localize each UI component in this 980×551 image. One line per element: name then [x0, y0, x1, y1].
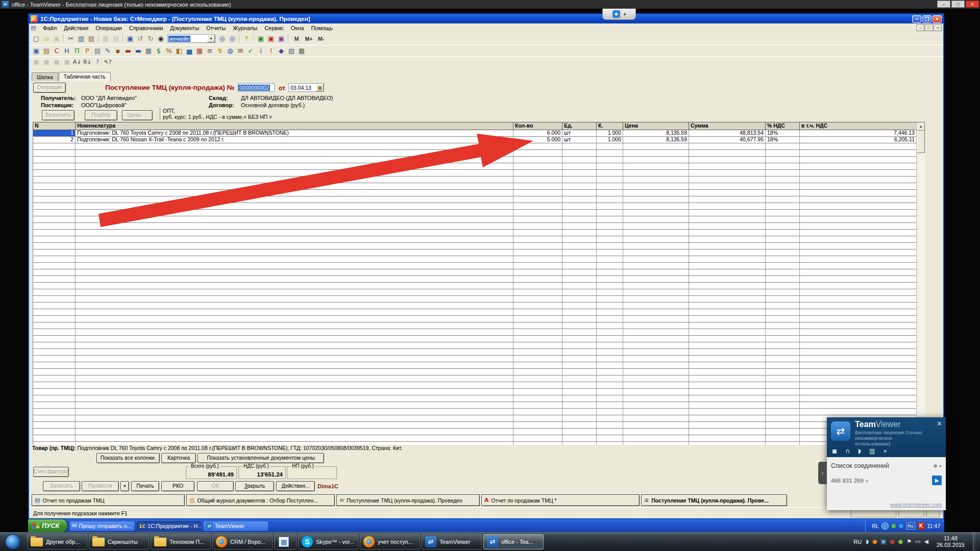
help-context-icon[interactable]: ? [92, 57, 103, 67]
table-empty-row[interactable] [33, 283, 916, 289]
video-icon[interactable]: ◼ [832, 447, 837, 455]
messenger-icon[interactable]: ● [898, 538, 903, 545]
nakl-icon[interactable]: Н [62, 46, 72, 56]
table-empty-row[interactable] [33, 395, 916, 402]
post-button[interactable]: Провести [82, 481, 119, 491]
chat-icon[interactable]: ◗ [858, 447, 861, 455]
taskbar-firefox-crm[interactable]: CRM / Воро... [212, 534, 273, 549]
preview-icon[interactable]: ▧ [111, 34, 121, 43]
find-settings-icon[interactable]: ◎ [227, 34, 237, 43]
chart-icon[interactable]: ▅ [184, 46, 194, 56]
table-empty-row[interactable] [33, 362, 916, 369]
table-empty-row[interactable] [33, 249, 916, 256]
post-dropdown-button[interactable]: ▼ [120, 481, 129, 491]
pko-icon[interactable]: П [72, 46, 82, 56]
table-empty-row[interactable] [33, 289, 916, 296]
rko-icon[interactable]: Р [82, 46, 92, 56]
memory-m-button[interactable]: М [291, 34, 302, 43]
column-header[interactable]: Ед. [562, 122, 597, 130]
table-empty-row[interactable] [33, 402, 916, 409]
copy-icon[interactable]: ▥ [76, 34, 86, 43]
maximize-button[interactable] [951, 1, 965, 8]
cursor-help-icon[interactable]: ⇖? [103, 57, 113, 67]
teamviewer-website-link[interactable]: www.teamviewer.com [890, 502, 942, 508]
fullscreen-arrows-icon[interactable] [612, 10, 620, 18]
blue-book-icon[interactable]: ▬ [133, 46, 143, 56]
table-empty-row[interactable] [33, 163, 916, 170]
taskbar-teamviewer-office[interactable]: office - Tea... [483, 534, 544, 549]
globe-icon[interactable]: ◍ [225, 46, 235, 56]
undo-icon[interactable]: ↺ [135, 34, 145, 43]
table-empty-row[interactable] [33, 256, 916, 263]
delete-row-icon[interactable]: ▦ [62, 57, 72, 67]
table-empty-row[interactable] [33, 210, 916, 216]
start-orb[interactable] [5, 534, 20, 549]
table-empty-row[interactable] [33, 356, 916, 362]
table-empty-row[interactable] [33, 183, 916, 190]
taskbar-firefox-uchet[interactable]: учет поступ... [360, 534, 420, 549]
caret-down-icon[interactable] [866, 478, 868, 484]
taskbar-teamviewer[interactable]: TeamViewer [422, 534, 482, 549]
table-row[interactable]: 1 Подголовник: DL 760 Toyota Camry с 200… [33, 130, 916, 137]
lock-icon[interactable]: ▪ [113, 46, 123, 56]
xp-task-teamviewer[interactable]: TeamViewer [203, 521, 268, 531]
warning-icon[interactable]: ! [266, 46, 276, 56]
xp-task-1c[interactable]: 1С:Предприятие - Н... [136, 521, 202, 531]
table-empty-row[interactable] [33, 316, 916, 322]
xp-start-button[interactable]: ПУСК [28, 519, 67, 532]
sort-desc-icon[interactable]: Я↓ [82, 57, 92, 67]
save-icon[interactable]: ▣ [52, 34, 62, 43]
table-empty-row[interactable] [33, 170, 916, 177]
memory-minus-button[interactable]: М- [315, 34, 327, 43]
redo-icon[interactable]: ↻ [145, 34, 156, 43]
table-empty-row[interactable] [33, 177, 916, 183]
menu-item[interactable]: Документы [166, 24, 203, 32]
print-icon[interactable]: ▦ [101, 34, 111, 43]
xp-task-mail[interactable]: Прошу отправить о... [69, 521, 135, 531]
table-empty-row[interactable] [33, 230, 916, 236]
percent-icon[interactable]: % [164, 46, 174, 56]
1c-restore-button[interactable] [922, 15, 932, 23]
chevron-down-icon[interactable] [624, 12, 626, 17]
table-empty-row[interactable] [33, 349, 916, 356]
rko-button[interactable]: РКО [161, 481, 194, 491]
menu-item[interactable]: Операции [92, 24, 125, 32]
connect-button[interactable] [932, 475, 942, 485]
1c-close-button[interactable] [933, 15, 942, 23]
table-view-icon[interactable]: ▣ [125, 34, 135, 43]
new-document-icon[interactable]: ▢ [31, 34, 41, 43]
dropdown-arrow-icon[interactable] [207, 35, 215, 42]
update-orange-icon[interactable]: ● [872, 538, 877, 545]
paste-icon[interactable]: ▤ [86, 34, 96, 43]
kaspersky-icon[interactable] [918, 522, 925, 530]
antivirus-tray-icon[interactable]: ● [891, 523, 896, 529]
window-chart-icon[interactable]: ▣ [276, 34, 286, 43]
table-empty-row[interactable] [33, 276, 916, 283]
calendar-button[interactable] [316, 84, 324, 91]
money-icon[interactable]: $ [154, 46, 164, 56]
table-empty-row[interactable] [33, 382, 916, 389]
table-empty-row[interactable] [33, 342, 916, 349]
table-empty-row[interactable] [33, 223, 916, 230]
column-header[interactable]: К. [597, 122, 623, 130]
table-empty-row[interactable] [33, 309, 916, 316]
card-button[interactable]: Карточка [161, 453, 196, 463]
window-tab-journal[interactable]: Общий журнал документов : Отбор Поступле… [186, 494, 335, 506]
table-empty-row[interactable] [33, 203, 916, 210]
table-empty-row[interactable] [33, 263, 916, 269]
exit-doc-icon[interactable]: ▤ [41, 46, 52, 56]
screenshot-tool-icon[interactable]: ▣ [881, 538, 886, 545]
actions-button[interactable]: Действия... [276, 481, 315, 491]
table-empty-row[interactable] [33, 375, 916, 382]
cloud-sync-icon[interactable]: ◗ [866, 538, 869, 545]
tab-shapka[interactable]: Шапка [32, 72, 58, 81]
menu-item[interactable]: Действия [60, 24, 92, 32]
panel-expander[interactable] [818, 462, 827, 484]
table-empty-row[interactable] [33, 303, 916, 309]
menu-item[interactable]: Журналы [229, 24, 261, 32]
memory-plus-button[interactable]: М+ [303, 34, 314, 43]
table-empty-row[interactable] [33, 190, 916, 196]
calendar-icon[interactable]: ▦ [194, 46, 205, 56]
invoice-button[interactable]: Счет-фактура [33, 467, 69, 477]
select-button[interactable]: Подбор [85, 110, 117, 120]
